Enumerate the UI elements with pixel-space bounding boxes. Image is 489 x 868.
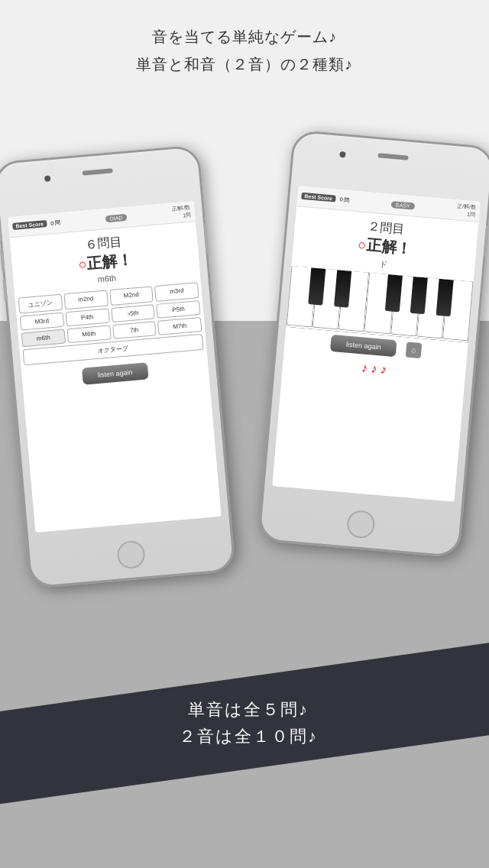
score-value-right: ０問 xyxy=(338,196,350,202)
bottom-banner-text: 単音は全５問♪ ２音は全１０問♪ xyxy=(179,696,318,750)
top-description: 音を当てる単純なゲーム♪ 単音と和音（２音）の２種類♪ xyxy=(0,23,489,78)
phone-left: Best Score ０問 DIAD 正/解/数 1問 ６問目 ○正解！ m6t… xyxy=(0,144,236,588)
interval-btn-m6th[interactable]: m6th xyxy=(21,329,66,348)
correct-value-right: 1問 xyxy=(467,212,475,218)
screen-area-right: Best Score ０問 EASY 正/解/数 1問 ２問目 ○正解！ ド xyxy=(272,186,480,501)
score-value-left: ０問 xyxy=(50,219,61,225)
circle-mark-left: ○ xyxy=(78,257,88,273)
top-text-line2: 単音と和音（２音）の２種類♪ xyxy=(0,50,489,78)
correct-label-left: 正/解/数 xyxy=(171,205,190,212)
white-key-7[interactable] xyxy=(442,280,474,342)
interval-grid-left: ユニゾン m2nd M2nd m3rd M3rd P4th ♭5th P5th … xyxy=(15,279,207,369)
correct-count-right: 正/解/数 1問 xyxy=(456,202,477,219)
listen-again-button-right[interactable]: listen again xyxy=(330,335,397,357)
screen-right-content: Best Score ０問 EASY 正/解/数 1問 ２問目 ○正解！ ド xyxy=(272,186,480,501)
side-button-left-mute xyxy=(0,225,2,241)
interval-btn-M3rd[interactable]: M3rd xyxy=(20,313,64,331)
bottom-banner-line1: 単音は全５問♪ xyxy=(188,700,309,719)
phone-right: Best Score ０問 EASY 正/解/数 1問 ２問目 ○正解！ ド xyxy=(257,129,489,558)
circle-mark-right: ○ xyxy=(357,237,367,253)
top-text-line1: 音を当てる単純なゲーム♪ xyxy=(0,23,489,50)
interval-btn-7th[interactable]: 7th xyxy=(112,321,157,339)
camera-left xyxy=(44,175,51,182)
correct-value-left: 1問 xyxy=(183,212,191,219)
correct-label-right: 正/解/数 xyxy=(457,203,476,210)
screen-area-left: Best Score ０問 DIAD 正/解/数 1問 ６問目 ○正解！ m6t… xyxy=(8,201,221,533)
interval-btn-m2nd[interactable]: m2nd xyxy=(63,290,108,310)
speaker-left xyxy=(83,168,113,175)
home-button-right[interactable] xyxy=(345,510,375,539)
interval-btn-m3rd[interactable]: m3rd xyxy=(154,282,199,302)
mode-badge-right: EASY xyxy=(391,201,415,210)
interval-btn-P4th[interactable]: P4th xyxy=(65,308,109,326)
home-icon-button[interactable]: ⌂ xyxy=(405,342,422,358)
home-button-left[interactable] xyxy=(116,540,146,570)
interval-btn-unison[interactable]: ユニゾン xyxy=(18,294,63,314)
camera-right xyxy=(339,151,346,158)
bottom-banner-line2: ２音は全１０問♪ xyxy=(179,727,318,746)
best-score-badge-right: Best Score xyxy=(301,193,335,202)
speaker-right xyxy=(377,153,408,160)
correct-count-left: 正/解/数 1問 xyxy=(171,204,192,221)
interval-btn-M6th[interactable]: M6th xyxy=(66,325,111,343)
interval-btn-M7th[interactable]: M7th xyxy=(157,317,202,335)
best-score-badge-left: Best Score xyxy=(12,220,47,230)
screen-left-content: Best Score ０問 DIAD 正/解/数 1問 ６問目 ○正解！ m6t… xyxy=(8,201,221,533)
interval-btn-M2nd[interactable]: M2nd xyxy=(109,286,154,306)
mode-badge-left: DIAD xyxy=(105,213,127,222)
interval-btn-b5th[interactable]: ♭5th xyxy=(111,304,155,322)
interval-btn-P5th[interactable]: P5th xyxy=(156,300,200,319)
listen-again-button-left[interactable]: listen again xyxy=(82,362,148,384)
